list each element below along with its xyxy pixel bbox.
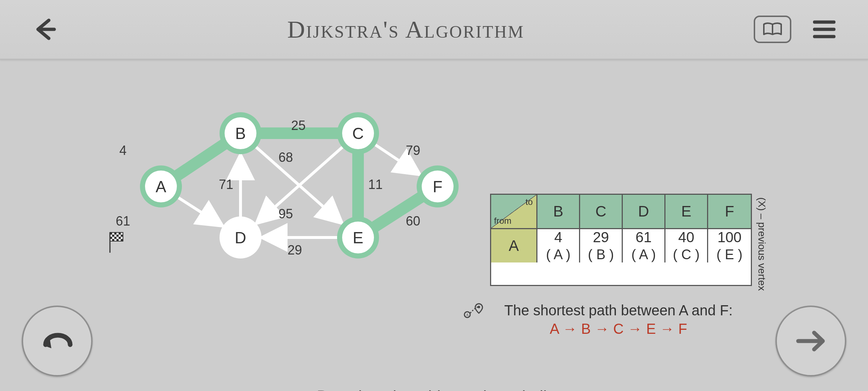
data-cell: 29( B ) (580, 229, 623, 262)
svg-text:61: 61 (116, 214, 130, 228)
graph-node-D[interactable]: D (220, 216, 261, 258)
undo-icon (39, 327, 75, 356)
svg-text:C: C (352, 125, 364, 142)
svg-text:F: F (433, 178, 443, 196)
svg-line-3 (179, 198, 223, 226)
svg-text:4: 4 (119, 143, 127, 158)
col-header: B (537, 195, 580, 228)
svg-text:71: 71 (219, 177, 233, 192)
data-cell: 4( A ) (537, 229, 580, 262)
data-cell: 40( C ) (665, 229, 708, 262)
table-corner: to from (491, 195, 537, 228)
col-header: F (708, 195, 751, 228)
page-title: Dijkstra's Algorithm (287, 15, 524, 44)
svg-text:B: B (235, 125, 246, 142)
svg-text:95: 95 (278, 206, 293, 221)
col-header: C (580, 195, 623, 228)
book-icon (762, 22, 783, 37)
arrow-right-icon (795, 328, 827, 354)
svg-text:E: E (353, 229, 363, 247)
svg-text:60: 60 (406, 214, 420, 228)
data-cell: 61( A ) (623, 229, 665, 262)
path-result: A → B → C → E → F (459, 321, 778, 337)
graph-diagram: ABCDEF 4612568719511792960 (105, 67, 467, 284)
dijkstra-table: to from B C D E F A 4( A ) 29( B ) 61( A… (490, 194, 752, 286)
legend-text: (X) – previous vertex (756, 197, 767, 291)
row-header: A (491, 229, 537, 262)
svg-text:11: 11 (368, 177, 383, 192)
step-caption: Based on the table, we have built the sh… (0, 386, 868, 391)
svg-text:29: 29 (288, 243, 302, 257)
graph-node-B[interactable]: B (220, 112, 261, 154)
svg-text:79: 79 (406, 143, 420, 158)
svg-text:A: A (156, 178, 166, 196)
col-header: E (665, 195, 708, 228)
col-header: D (623, 195, 665, 228)
svg-text:25: 25 (291, 118, 306, 133)
data-cell: 100( E ) (708, 229, 751, 262)
hamburger-icon (813, 20, 835, 39)
menu-button[interactable] (813, 20, 835, 39)
svg-text:68: 68 (278, 150, 293, 165)
undo-button[interactable] (22, 306, 93, 377)
graph-node-C[interactable]: C (337, 112, 379, 154)
graph-node-E[interactable]: E (337, 216, 379, 258)
book-button[interactable] (754, 16, 791, 43)
graph-node-F[interactable]: F (417, 165, 459, 207)
graph-node-A[interactable]: A (140, 165, 182, 207)
path-description: The shortest path between A and F: A → B… (459, 302, 778, 337)
path-label: The shortest path between A and F: (459, 302, 778, 319)
next-button[interactable] (775, 306, 846, 377)
main-area: ABCDEF 4612568719511792960 to from B C D… (0, 60, 868, 391)
back-button[interactable] (33, 17, 58, 42)
svg-text:D: D (235, 229, 246, 247)
app-header: Dijkstra's Algorithm (0, 0, 868, 60)
